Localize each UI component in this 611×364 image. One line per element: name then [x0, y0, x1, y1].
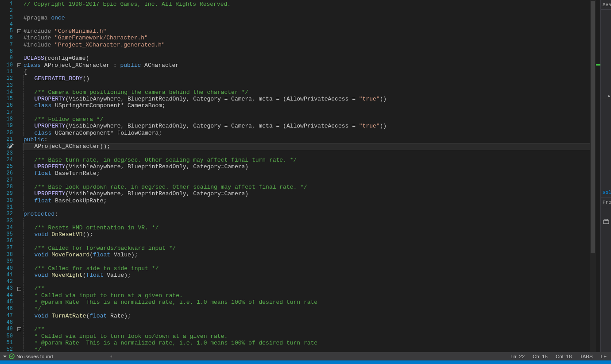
- edit-marker-icon: [8, 143, 14, 149]
- sidepanel-item[interactable]: ▲: [601, 93, 611, 99]
- scrollbar-thumb[interactable]: [591, 1, 595, 253]
- check-circle-icon: [9, 353, 15, 359]
- side-panel: Sear ▲ Solut Prop: [600, 0, 611, 352]
- vertical-scrollbar[interactable]: [590, 0, 596, 352]
- bottom-accent-bar: [0, 360, 611, 364]
- issues-status[interactable]: No issues found: [16, 354, 53, 359]
- sidepanel-solution[interactable]: Solut: [601, 188, 611, 197]
- hscroll-left-icon[interactable]: [109, 354, 114, 359]
- toolbox-icon[interactable]: [601, 216, 611, 227]
- status-char[interactable]: Ch: 15: [533, 354, 548, 359]
- overview-ruler[interactable]: [596, 0, 600, 352]
- line-number-gutter: 1234567891011121314151617181920212223242…: [0, 0, 15, 352]
- sidepanel-properties[interactable]: Prop: [601, 197, 611, 207]
- code-editor[interactable]: 1234567891011121314151617181920212223242…: [0, 0, 611, 352]
- status-lineend[interactable]: LF: [601, 354, 607, 359]
- sidepanel-search[interactable]: Sear: [601, 0, 611, 10]
- code-content[interactable]: // Copyright 1998-2017 Epic Games, Inc. …: [23, 0, 611, 352]
- dropdown-icon[interactable]: [3, 354, 7, 359]
- fold-column[interactable]: [15, 0, 23, 352]
- status-col[interactable]: Col: 18: [556, 354, 572, 359]
- status-line[interactable]: Ln: 22: [510, 354, 525, 359]
- status-tabs[interactable]: TABS: [580, 354, 592, 359]
- status-bar: No issues found Ln: 22 Ch: 15 Col: 18 TA…: [0, 352, 611, 360]
